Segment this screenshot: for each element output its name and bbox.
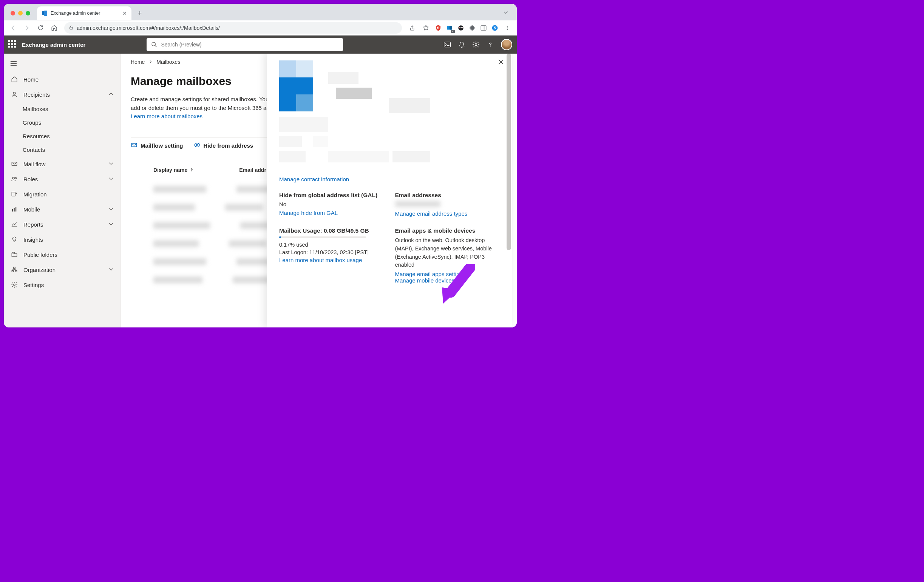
manage-contact-link[interactable]: Manage contact information — [279, 176, 349, 182]
svg-point-25 — [13, 92, 15, 94]
tab-strip: Exchange admin center ✕ + — [4, 4, 517, 20]
column-email-address[interactable]: Email addr — [239, 167, 266, 173]
mailbox-details-flyout: Manage contact information Hide from glo… — [267, 54, 512, 327]
learn-more-link[interactable]: Learn more about mailboxes — [131, 112, 203, 121]
sidebar-item-mailflow[interactable]: Mail flow — [4, 157, 120, 171]
field-mailbox-usage: Mailbox Usage: 0.08 GB/49.5 GB 0.17% use… — [279, 228, 386, 284]
sidebar-item-organization[interactable]: Organization — [4, 262, 120, 277]
apps-label: Email apps & mobile devices — [395, 228, 502, 234]
svg-rect-35 — [12, 270, 13, 272]
notifications-icon[interactable] — [458, 41, 465, 48]
sidebar-item-label: Settings — [23, 282, 44, 288]
sidebar-sub-contacts[interactable]: Contacts — [4, 143, 120, 157]
chevron-down-icon — [109, 267, 114, 273]
manage-mobile-devices-link[interactable]: Manage mobile devices — [395, 277, 455, 284]
manage-address-types-link[interactable]: Manage email address types — [395, 210, 468, 217]
svg-rect-32 — [15, 207, 16, 211]
chevron-down-icon — [109, 176, 114, 182]
sidebar-item-label: Organization — [23, 267, 56, 273]
sidebar-item-mobile[interactable]: Mobile — [4, 202, 120, 217]
learn-more-usage-link[interactable]: Learn more about mailbox usage — [279, 257, 362, 263]
sidebar-item-roles[interactable]: Roles — [4, 171, 120, 186]
svg-point-16 — [507, 27, 508, 28]
bookmark-icon[interactable] — [420, 22, 431, 34]
column-display-name[interactable]: Display name — [153, 167, 194, 173]
close-tab-icon[interactable]: ✕ — [122, 10, 127, 16]
chevron-down-icon — [109, 221, 114, 228]
svg-line-19 — [155, 45, 157, 47]
new-tab-button[interactable]: + — [134, 8, 145, 18]
mail-icon — [11, 160, 18, 168]
svg-rect-12 — [481, 26, 486, 30]
sidebar-sub-groups[interactable]: Groups — [4, 115, 120, 129]
sidebar-toggle-icon[interactable] — [4, 57, 120, 72]
svg-point-11 — [462, 27, 462, 28]
sidebar-item-recipients[interactable]: Recipients — [4, 87, 120, 102]
lightbulb-icon — [11, 236, 18, 243]
window-controls — [11, 11, 30, 15]
hide-from-address-button[interactable]: Hide from address — [194, 142, 254, 150]
roles-icon — [11, 175, 18, 183]
extension-ublock-icon[interactable] — [434, 23, 443, 33]
search-input[interactable] — [161, 41, 338, 48]
apps-text: Outlook on the web, Outlook desktop (MAP… — [395, 236, 502, 269]
minimize-window-button[interactable] — [18, 11, 23, 15]
sidebar-item-reports[interactable]: Reports — [4, 217, 120, 232]
breadcrumb-home[interactable]: Home — [131, 59, 145, 65]
sidebar-item-public-folders[interactable]: Public folders — [4, 247, 120, 262]
extension-gamepad-icon[interactable] — [456, 23, 465, 33]
usage-percent: 0.17% used — [279, 242, 386, 248]
reload-button[interactable] — [35, 22, 46, 34]
extensions-icon[interactable] — [468, 23, 477, 33]
mailflow-setting-button[interactable]: Mailflow setting — [131, 142, 183, 150]
home-button[interactable] — [48, 22, 60, 34]
sidebar-item-migration[interactable]: Migration — [4, 186, 120, 202]
share-icon[interactable] — [406, 22, 418, 34]
search-box[interactable] — [147, 38, 343, 51]
svg-rect-34 — [13, 267, 15, 269]
browser-menu-icon[interactable] — [502, 22, 513, 34]
settings-gear-icon[interactable] — [472, 41, 480, 48]
eye-hide-icon — [194, 142, 201, 150]
extension-sidebar-icon[interactable] — [479, 23, 488, 33]
line-chart-icon — [11, 221, 18, 228]
sidebar-sub-mailboxes[interactable]: Mailboxes — [4, 102, 120, 115]
extension-devtools-icon[interactable]: 4 — [445, 23, 454, 33]
shell-console-icon[interactable] — [444, 41, 451, 48]
search-icon — [151, 41, 157, 48]
flyout-scrollbar[interactable] — [507, 54, 511, 327]
sidebar-item-settings[interactable]: Settings — [4, 277, 120, 292]
svg-point-17 — [507, 29, 508, 30]
breadcrumb-current: Mailboxes — [157, 59, 180, 65]
field-email-addresses: Email addresses Manage email address typ… — [395, 192, 502, 217]
help-icon[interactable] — [487, 41, 494, 48]
sidebar-sub-resources[interactable]: Resources — [4, 129, 120, 143]
svg-rect-4 — [438, 26, 439, 29]
svg-point-37 — [13, 284, 15, 286]
user-avatar[interactable] — [501, 39, 512, 50]
sidebar-item-home[interactable]: Home — [4, 72, 120, 87]
home-icon — [11, 76, 18, 83]
manage-email-apps-link[interactable]: Manage email apps settings — [395, 271, 466, 277]
chart-bar-icon — [11, 206, 18, 213]
svg-point-28 — [15, 178, 16, 179]
chevron-up-icon — [109, 91, 114, 98]
sidebar-item-label: Mail flow — [23, 161, 45, 167]
extension-s-icon[interactable] — [490, 23, 499, 33]
svg-rect-2 — [70, 27, 73, 29]
browser-tab[interactable]: Exchange admin center ✕ — [37, 7, 132, 20]
sidebar-item-label: Home — [23, 76, 38, 83]
manage-gal-link[interactable]: Manage hide from GAL — [279, 209, 338, 216]
sidebar-item-insights[interactable]: Insights — [4, 232, 120, 247]
maximize-window-button[interactable] — [26, 11, 30, 15]
app-title: Exchange admin center — [22, 41, 85, 48]
close-flyout-button[interactable] — [498, 59, 504, 67]
address-bar[interactable]: admin.exchange.microsoft.com/#/mailboxes… — [64, 22, 402, 34]
forward-button[interactable] — [21, 22, 33, 34]
chevron-right-icon — [148, 59, 153, 65]
close-window-button[interactable] — [11, 11, 15, 15]
app-launcher-icon[interactable] — [8, 40, 17, 49]
tabs-dropdown-icon[interactable] — [499, 8, 512, 19]
app-header: Exchange admin center — [4, 36, 517, 54]
back-button[interactable] — [8, 22, 19, 34]
